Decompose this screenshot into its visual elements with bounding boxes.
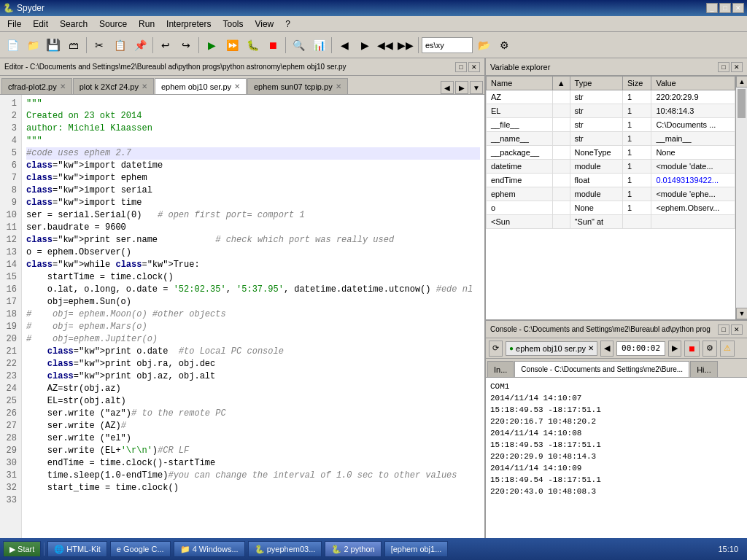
code-editor[interactable]: 1234567891011121314151617181920212223242… — [0, 95, 484, 538]
var-cell-name: endTime — [487, 174, 553, 187]
console-stop-button[interactable]: ⏹ — [684, 341, 700, 357]
editor-tab-ephem-obj[interactable]: ephem obj10 ser.py ✕ — [155, 78, 247, 94]
tab-close-ephem-sun[interactable]: ✕ — [336, 82, 341, 90]
menu-view[interactable]: View — [249, 18, 279, 31]
scroll-up-button[interactable]: ▲ — [736, 76, 747, 88]
run-button[interactable]: ▶ — [202, 36, 221, 55]
settings-button[interactable]: ⚙ — [495, 36, 514, 55]
code-content[interactable]: """Created on 23 okt 2014author: Michiel… — [22, 95, 484, 538]
var-cell-sort — [552, 187, 570, 201]
nav-back2-button[interactable]: ◀◀ — [376, 36, 395, 55]
var-row-3[interactable]: __name__ str 1 __main__ — [487, 132, 735, 146]
window-controls[interactable]: _ □ ✕ — [706, 3, 744, 13]
undo-button[interactable]: ↩ — [156, 36, 175, 55]
var-row-1[interactable]: EL str 1 10:48:14.3 — [487, 104, 735, 118]
tab-menu-button[interactable]: ▼ — [470, 81, 483, 94]
var-close-button[interactable]: ✕ — [731, 62, 743, 72]
start-button[interactable]: ▶ Start — [3, 541, 41, 557]
var-row-7[interactable]: ephem module 1 <module 'ephe... — [487, 187, 735, 201]
editor-tab-plotk[interactable]: plot k 2Xcf 24.py ✕ — [73, 78, 154, 94]
col-header-value[interactable]: Value — [651, 77, 735, 90]
var-scrollbar[interactable]: ▲ ▼ — [735, 76, 747, 319]
stop-button[interactable]: ⏹ — [263, 36, 282, 55]
console-nav-left-button[interactable]: ◀ — [600, 341, 614, 357]
minimize-button[interactable]: _ — [706, 3, 718, 13]
close-button[interactable]: ✕ — [732, 3, 744, 13]
cut-button[interactable]: ✂ — [90, 36, 109, 55]
new-file-button[interactable]: 📄 — [3, 36, 22, 55]
console-undock-button[interactable]: □ — [718, 324, 729, 335]
taskbar-windows[interactable]: 📁 4 Windows... — [174, 541, 245, 557]
var-row-5[interactable]: datetime module 1 <module 'date... — [487, 160, 735, 174]
open-file-button[interactable]: 📁 — [23, 36, 42, 55]
taskbar-htmlkit[interactable]: 🌐 HTML-Kit — [47, 541, 107, 557]
editor-close-button[interactable]: ✕ — [468, 62, 480, 72]
code-line-31: endTime = time.clock()-startTime — [26, 457, 480, 470]
console-close-run[interactable]: ✕ — [588, 344, 594, 352]
tab-close-ephem-obj[interactable]: ✕ — [234, 82, 240, 90]
console-tab-main[interactable]: Console - C:\Documents and Settings\me2\… — [514, 361, 689, 377]
var-undock-button[interactable]: □ — [718, 62, 729, 72]
save-file-button[interactable]: 💾 — [44, 36, 63, 55]
col-header-type[interactable]: Type — [570, 77, 622, 90]
code-line-29: ser.write ("el") — [26, 432, 480, 445]
nav-back-button[interactable]: ◀ — [335, 36, 354, 55]
editor-undock-button[interactable]: □ — [455, 62, 467, 72]
menu-edit[interactable]: Edit — [27, 18, 54, 31]
taskbar-python[interactable]: 🐍 2 python — [325, 541, 381, 557]
var-cell-type: str — [570, 132, 622, 146]
var-row-6[interactable]: endTime float 1 0.01493139422... — [487, 174, 735, 187]
namespace-combo[interactable] — [422, 37, 473, 53]
console-output[interactable]: COM1 2014/11/14 14:10:07 15:18:49.53 -18… — [486, 378, 747, 538]
tab-close-cfrad[interactable]: ✕ — [60, 82, 66, 90]
console-tab-hi[interactable]: Hi... — [690, 361, 718, 377]
var-cell-type: module — [570, 160, 622, 174]
editor-tab-cfrad[interactable]: cfrad-plot2.py ✕ — [1, 78, 72, 94]
menu-help[interactable]: ? — [279, 18, 296, 31]
paste-button[interactable]: 📌 — [131, 36, 150, 55]
menu-file[interactable]: File — [1, 18, 27, 31]
scroll-down-button[interactable]: ▼ — [736, 308, 747, 319]
console-close-button[interactable]: ✕ — [731, 324, 743, 335]
editor-tab-ephem-sun[interactable]: ephem sun07 tcpip.py ✕ — [247, 78, 348, 94]
var-cell-type: str — [570, 90, 622, 104]
run-cell-button[interactable]: ⏩ — [222, 36, 241, 55]
console-restart-button[interactable]: ⟳ — [489, 341, 503, 357]
tab-close-plotk[interactable]: ✕ — [142, 82, 147, 90]
taskbar-pyephem[interactable]: 🐍 pyephem03... — [248, 541, 322, 557]
var-cell-name: EL — [487, 104, 553, 118]
nav-forward-button[interactable]: ▶ — [355, 36, 374, 55]
debug-button[interactable]: 🐛 — [243, 36, 262, 55]
console-warning-button[interactable]: ⚠ — [720, 341, 735, 357]
var-row-9[interactable]: <Sun "Sun" at — [487, 215, 735, 229]
save-all-button[interactable]: 🗃 — [64, 36, 83, 55]
nav-forward2-button[interactable]: ▶▶ — [396, 36, 415, 55]
folder-button[interactable]: 📂 — [474, 36, 493, 55]
menu-interpreters[interactable]: Interpreters — [160, 18, 217, 31]
var-row-4[interactable]: __package__ NoneType 1 None — [487, 146, 735, 160]
col-header-size[interactable]: Size — [622, 77, 651, 90]
tab-right-button[interactable]: ▶ — [455, 81, 468, 94]
taskbar-chrome[interactable]: e Google C... — [110, 541, 171, 557]
maximize-button[interactable]: □ — [719, 3, 731, 13]
tab-left-button[interactable]: ◀ — [441, 81, 454, 94]
menu-source[interactable]: Source — [93, 18, 133, 31]
var-row-0[interactable]: AZ str 1 220:20:29.9 — [487, 90, 735, 104]
redo-button[interactable]: ↪ — [177, 36, 196, 55]
console-options-button[interactable]: ⚙ — [703, 341, 717, 357]
console-tab-in[interactable]: In... — [487, 361, 514, 377]
menu-tools[interactable]: Tools — [217, 18, 249, 31]
taskbar-ephem-obj[interactable]: [ephem obj1... — [384, 541, 449, 557]
var-row-8[interactable]: o None 1 <ephem.Observ... — [487, 201, 735, 215]
profiler-button[interactable]: 📊 — [309, 36, 328, 55]
code-line-27: ser.write ("az")# to the remote PC — [26, 408, 480, 420]
col-header-sort[interactable]: ▲ — [552, 77, 570, 90]
var-row-2[interactable]: __file__ str 1 C:\Documents ... — [487, 118, 735, 132]
console-nav-right-button[interactable]: ▶ — [668, 341, 681, 357]
menu-run[interactable]: Run — [133, 18, 160, 31]
scroll-thumb[interactable] — [738, 89, 746, 118]
copy-button[interactable]: 📋 — [110, 36, 129, 55]
find-button[interactable]: 🔍 — [289, 36, 308, 55]
col-header-name[interactable]: Name — [487, 77, 553, 90]
menu-search[interactable]: Search — [54, 18, 93, 31]
